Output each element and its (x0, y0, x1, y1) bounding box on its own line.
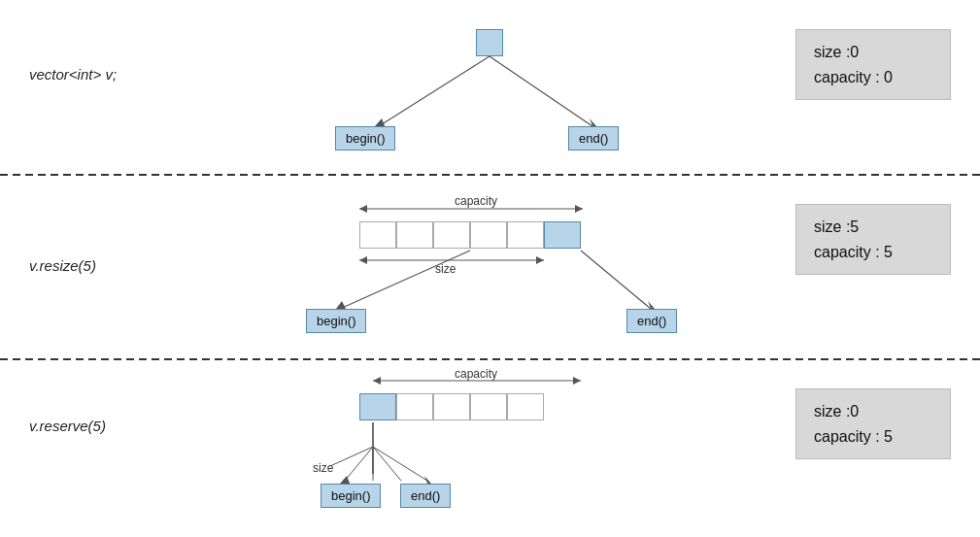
section2-label: v.resize(5) (29, 257, 96, 274)
svg-marker-26 (573, 377, 581, 385)
section3-capacity: capacity : 5 (814, 424, 932, 450)
section2-capacity: capacity : 5 (814, 240, 932, 265)
section2-end: end() (626, 309, 677, 333)
section3-array (359, 393, 544, 420)
section1-size: size :0 (814, 40, 932, 65)
section1-end: end() (568, 126, 619, 151)
array-cell-s2-3 (470, 221, 507, 249)
section3-capacity-label: capacity (455, 367, 497, 381)
svg-line-21 (373, 447, 427, 481)
section3-end: end() (400, 484, 451, 508)
section3-begin: begin() (321, 484, 381, 508)
array-cell-s2-2 (433, 221, 470, 249)
array-cell-s2-1 (396, 221, 433, 249)
svg-line-27 (330, 447, 373, 466)
svg-marker-15 (536, 256, 544, 264)
array-cell-s2-0 (359, 221, 396, 249)
svg-line-7 (581, 251, 651, 309)
svg-line-6 (340, 251, 470, 309)
svg-line-3 (490, 56, 592, 126)
array-cell-s3-2 (433, 393, 470, 420)
section3-size: size :0 (814, 399, 932, 424)
section2-begin: begin() (306, 309, 366, 333)
section1-capacity: capacity : 0 (814, 65, 932, 90)
svg-marker-25 (373, 377, 381, 385)
array-cell-s3-0 (359, 393, 396, 420)
svg-line-18 (345, 447, 373, 481)
section1-info: size :0 capacity : 0 (795, 29, 951, 100)
svg-line-2 (379, 56, 490, 126)
array-cell-s3-4 (507, 393, 544, 420)
array-cell-s2-5 (544, 221, 581, 249)
array-cell-s3-3 (470, 393, 507, 420)
section2-array (359, 221, 581, 249)
section2-size-label: size (435, 262, 456, 276)
svg-marker-12 (575, 205, 583, 213)
svg-marker-11 (359, 205, 367, 213)
section1-node (476, 29, 503, 56)
section2-info: size :5 capacity : 5 (795, 204, 951, 275)
section2-size: size :5 (814, 215, 932, 240)
array-cell-s2-4 (507, 221, 544, 249)
array-cell-s3-1 (396, 393, 433, 420)
svg-marker-14 (359, 256, 367, 264)
section3-size-label: size (313, 461, 333, 475)
svg-line-20 (373, 447, 401, 481)
section1-label: vector<int> v; (29, 66, 117, 83)
diagram-container: vector<int> v; begin() end() size :0 cap… (0, 0, 980, 537)
section2-capacity-label: capacity (455, 194, 497, 208)
section3-label: v.reserve(5) (29, 418, 106, 434)
section1-begin: begin() (335, 126, 395, 151)
section3-info: size :0 capacity : 5 (795, 388, 951, 459)
